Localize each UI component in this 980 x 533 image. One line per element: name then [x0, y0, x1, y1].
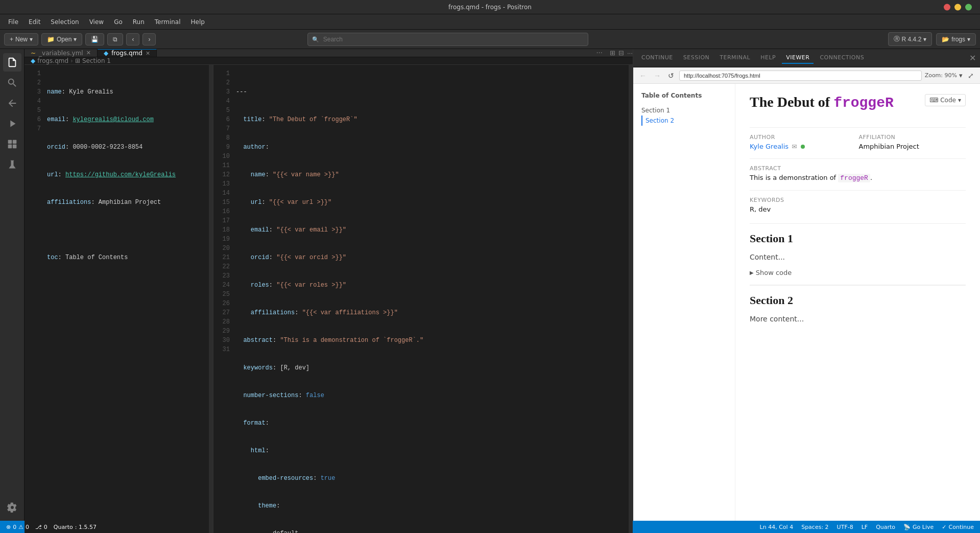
- tab-frogs[interactable]: ◆ frogs.qmd ✕: [98, 49, 157, 57]
- viewer-tab-help[interactable]: HELP: [756, 52, 780, 64]
- status-spaces[interactable]: Spaces: 2: [801, 524, 828, 530]
- tab-variables[interactable]: ~ _variables.yml ✕: [25, 49, 98, 57]
- affiliation-value: Amphibian Project: [859, 143, 966, 150]
- window-title: frogs.qmd - frogs - Positron: [448, 4, 532, 11]
- menu-file[interactable]: File: [4, 17, 22, 27]
- viewer-document: Table of Contents Section 1 Section 2 Th…: [633, 84, 980, 521]
- new-icon: +: [10, 36, 13, 43]
- minimize-btn[interactable]: [954, 4, 961, 10]
- new-button[interactable]: + New ▾: [4, 33, 38, 45]
- section-1-content: Content...: [750, 251, 966, 263]
- copy-button[interactable]: ⧉: [107, 33, 123, 45]
- viewer-forward-btn[interactable]: →: [652, 71, 663, 81]
- doc-toc-sidebar: Table of Contents Section 1 Section 2: [633, 84, 735, 521]
- variables-line-numbers: 1234567: [25, 65, 43, 533]
- viewer-tab-connections[interactable]: CONNECTIONS: [816, 52, 868, 64]
- status-quarto-version[interactable]: Quarto: 1.5.57: [54, 524, 97, 530]
- save-button[interactable]: 💾: [85, 33, 104, 45]
- viewer-url-bar[interactable]: [679, 71, 922, 81]
- status-git[interactable]: ⎇ 0: [35, 524, 47, 530]
- menu-view[interactable]: View: [85, 17, 108, 27]
- viewer-refresh-btn[interactable]: ↺: [666, 71, 676, 81]
- variables-code-area[interactable]: 1234567 name: Kyle Grealis email: kylegr…: [25, 65, 213, 533]
- frogs-code-area[interactable]: 123456 789101112 131415161718 1920212223…: [213, 65, 633, 533]
- code-button[interactable]: ⌨ Code ▾: [925, 94, 966, 106]
- main-layout: ~ _variables.yml ✕ ◆ frogs.qmd ✕ ··· ⊞ ⊟…: [0, 49, 980, 521]
- activity-settings[interactable]: [3, 498, 21, 517]
- status-errors[interactable]: ⊗ 0 ⚠ 0: [6, 524, 29, 530]
- menu-run[interactable]: Run: [129, 17, 149, 27]
- status-go-live[interactable]: 📡 Go Live: [903, 524, 934, 530]
- viewer-open-external-btn[interactable]: ⤢: [966, 71, 976, 81]
- menu-edit[interactable]: Edit: [25, 17, 44, 27]
- warning-icon: ⚠: [18, 524, 23, 530]
- frogs-close-icon[interactable]: ✕: [146, 50, 150, 57]
- section-1-title: Section 1: [750, 223, 966, 245]
- status-line-ending[interactable]: LF: [862, 524, 868, 530]
- toc-item-section2[interactable]: Section 2: [641, 115, 727, 126]
- toolbar-right: Ⓡ R 4.4.2 ▾ 📂 frogs ▾: [888, 32, 976, 46]
- status-language[interactable]: Quarto: [876, 524, 895, 530]
- doc-keywords: KEYWORDS R, dev: [750, 190, 966, 213]
- viewer-back-btn[interactable]: ←: [637, 71, 649, 81]
- tab-more-menu[interactable]: ···: [591, 49, 607, 57]
- author-value: Kyle Grealis ✉: [750, 143, 857, 150]
- variables-scrollbar[interactable]: [209, 65, 213, 533]
- status-encoding[interactable]: UTF-8: [837, 524, 853, 530]
- status-line-col[interactable]: Ln 44, Col 4: [760, 524, 794, 530]
- author-link[interactable]: Kyle Grealis: [750, 143, 788, 150]
- frogs-code-content[interactable]: --- title: "The Debut of `froggeR`" auth…: [232, 65, 629, 533]
- breadcrumb: ◆ frogs.qmd › ⊞ Section 1: [25, 57, 633, 65]
- show-code-btn[interactable]: Show code: [750, 269, 966, 276]
- frogs-project-button[interactable]: 📂 frogs ▾: [936, 33, 976, 45]
- project-dropdown-icon: ▾: [967, 36, 970, 43]
- variables-code-content[interactable]: name: Kyle Grealis email: kylegrealis@ic…: [43, 65, 209, 533]
- editor-settings-btn[interactable]: ···: [627, 49, 633, 57]
- viewer-tab-continue[interactable]: CONTINUE: [637, 52, 677, 64]
- menu-help[interactable]: Help: [187, 17, 209, 27]
- viewer-tab-session[interactable]: SESSION: [679, 52, 714, 64]
- split-editor-btn[interactable]: ⊞: [610, 49, 615, 57]
- variables-close-icon[interactable]: ✕: [86, 50, 91, 56]
- title-bar: frogs.qmd - frogs - Positron: [0, 0, 980, 14]
- search-input[interactable]: [307, 33, 588, 46]
- activity-files[interactable]: [3, 53, 21, 72]
- variables-file-icon: ~: [31, 50, 36, 57]
- frogs-scrollbar[interactable]: [629, 65, 633, 533]
- toc-item-section1[interactable]: Section 1: [641, 105, 727, 115]
- viewer-toolbar: ← → ↺ Zoom: 90% ▾ ⤢: [633, 67, 980, 84]
- activity-extensions[interactable]: [3, 135, 21, 153]
- toolbar: + New ▾ 📁 Open ▾ 💾 ⧉ ‹ › 🔍 Ⓡ R 4.4.2 ▾ 📂…: [0, 30, 980, 49]
- viewer-tab-viewer[interactable]: VIEWER: [782, 52, 814, 64]
- maximize-btn[interactable]: [965, 4, 972, 10]
- viewer-tab-terminal[interactable]: TERMINAL: [715, 52, 754, 64]
- doc-main-content: The Debut of froggeR ⌨ Code ▾ AUTHOR Kyl…: [735, 84, 980, 521]
- activity-source-control[interactable]: [3, 94, 21, 112]
- nav-back-button[interactable]: ‹: [126, 33, 139, 45]
- section-2-content: More content...: [750, 313, 966, 325]
- abstract-label: ABSTRACT: [750, 165, 966, 172]
- status-continue[interactable]: ✓ Continue: [942, 524, 974, 530]
- activity-search[interactable]: [3, 74, 21, 92]
- menu-terminal[interactable]: Terminal: [151, 17, 185, 27]
- affiliation-col: AFFILIATION Amphibian Project: [859, 134, 966, 150]
- author-email-icon: ✉: [792, 143, 797, 150]
- doc-title: The Debut of froggeR: [750, 94, 894, 111]
- menu-bar: File Edit Selection View Go Run Terminal…: [0, 14, 980, 30]
- nav-forward-button[interactable]: ›: [142, 33, 156, 45]
- activity-flask[interactable]: [3, 155, 21, 174]
- viewer-tab-bar: CONTINUE SESSION TERMINAL HELP VIEWER CO…: [633, 49, 980, 67]
- viewer-zoom-dropdown[interactable]: ▾: [959, 72, 963, 79]
- open-button[interactable]: 📁 Open ▾: [41, 33, 82, 45]
- section-2-title: Section 2: [750, 285, 966, 307]
- viewer-close-btn[interactable]: ✕: [969, 53, 976, 63]
- split-vertical-btn[interactable]: ⊟: [618, 49, 624, 57]
- menu-selection[interactable]: Selection: [46, 17, 83, 27]
- close-btn[interactable]: [944, 4, 950, 10]
- menu-go[interactable]: Go: [110, 17, 127, 27]
- tab-more-icon: ···: [596, 49, 602, 57]
- activity-run[interactable]: [3, 114, 21, 133]
- keywords-value: R, dev: [750, 205, 966, 213]
- activity-bar: [0, 49, 25, 521]
- r-version-button[interactable]: Ⓡ R 4.4.2 ▾: [888, 32, 933, 46]
